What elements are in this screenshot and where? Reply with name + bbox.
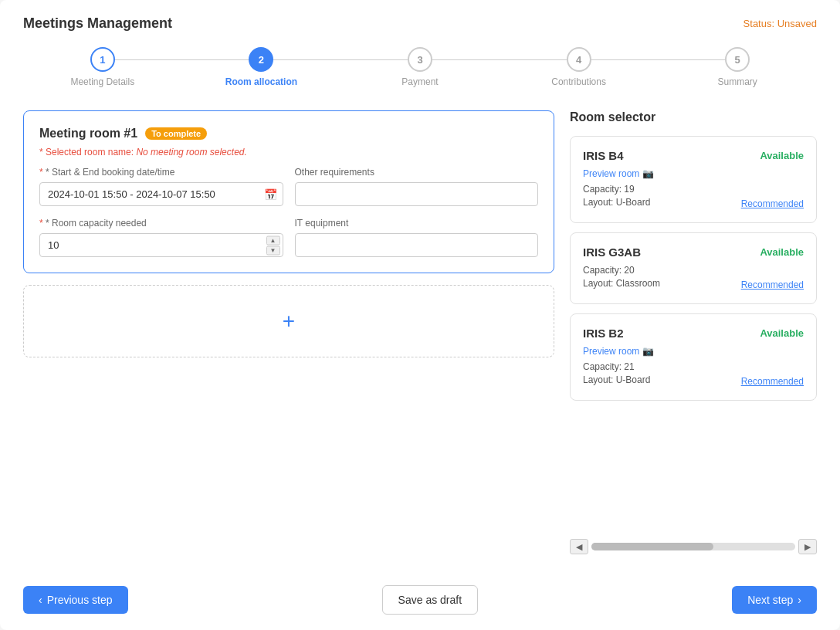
scroll-thumb	[591, 543, 713, 550]
preview-link-iris-b4[interactable]: Preview room 📷	[583, 168, 804, 179]
add-room-card[interactable]: +	[23, 285, 554, 357]
step-circle-2: 2	[249, 47, 273, 72]
other-req-input[interactable]	[295, 182, 539, 206]
save-draft-label: Save as draft	[398, 594, 462, 606]
left-panel: Meeting room #1 To complete * Selected r…	[23, 110, 554, 554]
to-complete-badge: To complete	[145, 127, 207, 140]
step-label-5: Summary	[718, 76, 757, 87]
layout-iris-g3ab: Layout: Classroom	[583, 278, 660, 289]
error-italic: No meeting room selected.	[136, 147, 246, 158]
capacity-iris-b2: Capacity: 21	[583, 361, 804, 372]
previous-step-button[interactable]: ‹ Previous step	[23, 586, 128, 614]
room-name-iris-g3ab: IRIS G3AB	[583, 246, 641, 259]
main-content: Meeting room #1 To complete * Selected r…	[23, 110, 817, 554]
step-label-3: Payment	[401, 76, 438, 87]
next-chevron-icon: ›	[798, 594, 801, 606]
step-1: 1 Meeting Details	[23, 47, 182, 87]
room-card-iris-b2-header: IRIS B2 Available	[583, 327, 804, 340]
step-circle-1: 1	[90, 47, 115, 72]
meeting-room-card: Meeting room #1 To complete * Selected r…	[23, 110, 554, 273]
other-req-group: Other requirements	[295, 167, 539, 206]
date-label: * Start & End booking date/time	[39, 167, 283, 178]
form-grid: * Start & End booking date/time 📅 Other …	[39, 167, 538, 257]
add-room-icon: +	[283, 309, 295, 334]
calendar-icon[interactable]: 📅	[264, 188, 277, 201]
preview-link-iris-b2[interactable]: Preview room 📷	[583, 346, 804, 357]
capacity-up-btn[interactable]: ▲	[266, 235, 280, 245]
selected-room-error: * Selected room name: No meeting room se…	[39, 147, 538, 158]
step-2: 2 Room allocation	[182, 47, 341, 87]
capacity-group: * Room capacity needed ▲ ▼	[39, 218, 283, 257]
date-group: * Start & End booking date/time 📅	[39, 167, 283, 206]
room-name-iris-b2: IRIS B2	[583, 327, 624, 340]
step-label-2: Room allocation	[225, 76, 297, 87]
capacity-iris-g3ab: Capacity: 20	[583, 265, 804, 276]
previous-chevron-icon: ‹	[39, 594, 42, 606]
recommended-iris-g3ab[interactable]: Recommended	[741, 279, 804, 290]
step-label-4: Contributions	[551, 76, 606, 87]
app-container: Meetings Management Status: Unsaved 1 Me…	[0, 0, 840, 630]
preview-icon-iris-b2: 📷	[642, 346, 654, 357]
horizontal-scrollbar: ◀ ▶	[570, 539, 817, 554]
it-equipment-input[interactable]	[295, 233, 539, 257]
layout-row-iris-g3ab: Layout: Classroom Recommended	[583, 278, 804, 291]
status-label: Status:	[743, 18, 774, 29]
scroll-left-btn[interactable]: ◀	[570, 539, 588, 554]
previous-step-label: Previous step	[47, 594, 113, 606]
capacity-label: * Room capacity needed	[39, 218, 283, 229]
capacity-input[interactable]	[39, 233, 283, 257]
available-badge-iris-b2: Available	[760, 327, 804, 339]
layout-iris-b4: Layout: U-Board	[583, 197, 650, 208]
capacity-iris-b4: Capacity: 19	[583, 184, 804, 195]
room-card-iris-b2[interactable]: IRIS B2 Available Preview room 📷 Capacit…	[570, 313, 817, 401]
room-list-container[interactable]: IRIS B4 Available Preview room 📷 Capacit…	[570, 136, 817, 533]
step-circle-5: 5	[725, 47, 750, 72]
it-equipment-label: IT equipment	[295, 218, 539, 229]
recommended-iris-b2[interactable]: Recommended	[741, 376, 804, 387]
header: Meetings Management Status: Unsaved	[23, 15, 817, 32]
step-4: 4 Contributions	[500, 47, 659, 87]
it-equipment-group: IT equipment	[295, 218, 539, 257]
preview-icon-iris-b4: 📷	[642, 168, 654, 179]
error-label: * Selected room name:	[39, 147, 134, 158]
room-card-title: Meeting room #1	[39, 127, 137, 141]
capacity-spinner: ▲ ▼	[266, 235, 280, 255]
right-panel: Room selector IRIS B4 Available Preview …	[570, 110, 817, 554]
step-circle-4: 4	[567, 47, 591, 72]
room-selector-title: Room selector	[570, 110, 817, 124]
layout-row-iris-b2: Layout: U-Board Recommended	[583, 374, 804, 388]
layout-row-iris-b4: Layout: U-Board Recommended	[583, 197, 804, 210]
capacity-wrapper: ▲ ▼	[39, 233, 283, 257]
footer: ‹ Previous step Save as draft Next step …	[23, 574, 817, 615]
scroll-right-btn[interactable]: ▶	[798, 539, 817, 554]
step-label-1: Meeting Details	[70, 76, 134, 87]
capacity-down-btn[interactable]: ▼	[266, 246, 280, 255]
status-value: Unsaved	[777, 18, 817, 29]
save-draft-button[interactable]: Save as draft	[382, 585, 479, 615]
date-input-wrapper: 📅	[39, 182, 283, 206]
card-header: Meeting room #1 To complete	[39, 127, 538, 141]
room-name-iris-b4: IRIS B4	[583, 149, 624, 162]
recommended-iris-b4[interactable]: Recommended	[741, 198, 804, 209]
next-step-button[interactable]: Next step ›	[732, 586, 817, 614]
other-req-label: Other requirements	[295, 167, 539, 178]
scroll-track	[591, 543, 795, 550]
step-3: 3 Payment	[340, 47, 500, 87]
room-card-iris-g3ab-header: IRIS G3AB Available	[583, 246, 804, 259]
next-step-label: Next step	[747, 594, 793, 606]
status-area: Status: Unsaved	[743, 18, 817, 29]
layout-iris-b2: Layout: U-Board	[583, 374, 650, 385]
step-5: 5 Summary	[658, 47, 817, 87]
room-card-iris-b4[interactable]: IRIS B4 Available Preview room 📷 Capacit…	[570, 136, 817, 223]
available-badge-iris-g3ab: Available	[760, 246, 804, 258]
available-badge-iris-b4: Available	[760, 150, 804, 161]
step-circle-3: 3	[408, 47, 432, 72]
stepper: 1 Meeting Details 2 Room allocation 3 Pa…	[23, 47, 817, 87]
page-title: Meetings Management	[23, 15, 172, 32]
room-card-iris-b4-header: IRIS B4 Available	[583, 149, 804, 162]
room-card-iris-g3ab[interactable]: IRIS G3AB Available Capacity: 20 Layout:…	[570, 232, 817, 304]
date-input[interactable]	[39, 182, 283, 206]
